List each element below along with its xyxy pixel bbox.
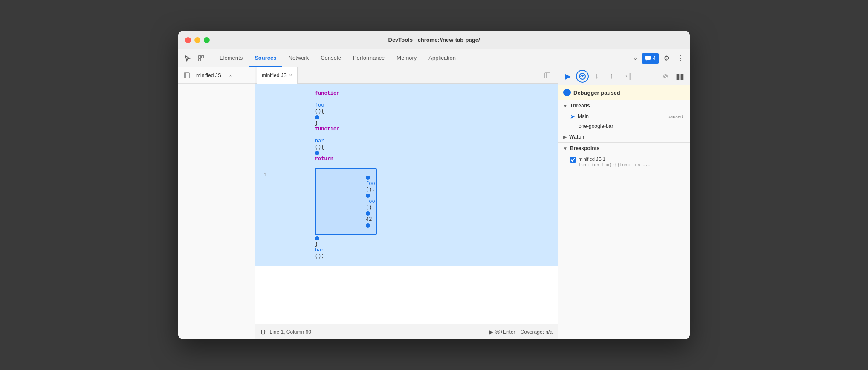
format-icon[interactable]: {} bbox=[260, 329, 266, 335]
breakpoints-header[interactable]: ▼ Breakpoints bbox=[558, 143, 690, 154]
breakpoints-label: Breakpoints bbox=[570, 145, 599, 151]
editor-tab-name: minified JS bbox=[262, 72, 287, 78]
step-over-btn[interactable] bbox=[576, 70, 589, 83]
watch-section: ▶ Watch bbox=[558, 131, 690, 143]
watch-triangle: ▶ bbox=[563, 135, 567, 139]
more-options-btn[interactable]: ⋮ bbox=[674, 52, 686, 64]
tab-application[interactable]: Application bbox=[423, 49, 461, 67]
info-icon: i bbox=[563, 89, 571, 96]
svg-rect-0 bbox=[199, 56, 201, 58]
editor-tab-close-btn[interactable]: × bbox=[289, 73, 292, 78]
inspect-icon-btn[interactable] bbox=[195, 52, 207, 64]
step-btn[interactable]: → | bbox=[619, 70, 632, 83]
editor-tab-minified-js[interactable]: minified JS × bbox=[257, 67, 298, 84]
breakpoint-item-1[interactable]: minified JS:1 function foo(){}function .… bbox=[558, 154, 690, 170]
nav-bar: Elements Sources Network Console Perform… bbox=[178, 49, 690, 67]
cursor-icon bbox=[184, 55, 191, 62]
window-title: DevTools - chrome://new-tab-page/ bbox=[388, 37, 480, 43]
sidebar: minified JS × bbox=[178, 67, 255, 339]
status-right: ▶ ⌘+Enter Coverage: n/a bbox=[489, 329, 553, 335]
tab-sources[interactable]: Sources bbox=[249, 49, 281, 67]
status-left: {} Line 1, Column 60 bbox=[260, 329, 311, 335]
resume-btn[interactable]: ▶ bbox=[561, 70, 574, 83]
panel-icon bbox=[184, 72, 190, 78]
deactivate-breakpoints-btn[interactable] bbox=[659, 70, 672, 83]
devtools-panel: Elements Sources Network Console Perform… bbox=[178, 49, 690, 339]
dots-icon: ⋮ bbox=[677, 54, 684, 62]
breakpoint-marker-2 bbox=[315, 151, 319, 155]
run-btn[interactable]: ▶ ⌘+Enter bbox=[489, 329, 515, 335]
line-content: function foo (){ } function bar (){ retu bbox=[270, 84, 558, 265]
breakpoint-marker-1 bbox=[315, 115, 319, 119]
watch-header[interactable]: ▶ Watch bbox=[558, 131, 690, 142]
nav-separator-1 bbox=[211, 53, 211, 64]
pause-exceptions-btn[interactable]: ▮▮ bbox=[674, 70, 686, 83]
line-number: 1 bbox=[255, 172, 270, 177]
breakpoint-details: minified JS:1 function foo(){}function .… bbox=[579, 156, 651, 167]
svg-rect-6 bbox=[545, 73, 550, 78]
svg-rect-2 bbox=[199, 59, 201, 61]
tab-network[interactable]: Network bbox=[284, 49, 314, 67]
breakpoint-marker-4 bbox=[366, 194, 370, 198]
run-icon: ▶ bbox=[489, 329, 493, 335]
traffic-lights bbox=[185, 37, 210, 43]
run-shortcut: ⌘+Enter bbox=[495, 329, 515, 335]
messages-badge-btn[interactable]: 4 bbox=[642, 53, 659, 64]
threads-header[interactable]: ▼ Threads bbox=[558, 100, 690, 111]
svg-rect-1 bbox=[202, 56, 204, 58]
code-editor[interactable]: 1 function foo (){ } function bar (){ bbox=[255, 84, 558, 324]
thread-google-bar[interactable]: one-google-bar bbox=[558, 121, 690, 131]
editor-tab-right bbox=[542, 70, 556, 81]
thread-main[interactable]: ➤ Main paused bbox=[558, 111, 690, 121]
breakpoints-triangle: ▼ bbox=[563, 146, 567, 151]
breakpoint-marker-7 bbox=[315, 236, 319, 240]
cursor-position: Line 1, Column 60 bbox=[269, 329, 311, 335]
settings-gear-btn[interactable]: ⚙ bbox=[661, 52, 673, 64]
debugger-banner-text: Debugger paused bbox=[573, 90, 620, 96]
editor-nav-btn[interactable] bbox=[542, 70, 553, 81]
svg-rect-4 bbox=[184, 73, 189, 78]
thread-main-status: paused bbox=[668, 114, 683, 119]
coverage-label: Coverage: n/a bbox=[521, 329, 553, 335]
svg-point-9 bbox=[582, 75, 583, 77]
threads-triangle: ▼ bbox=[563, 104, 567, 108]
cursor-icon-btn[interactable] bbox=[182, 52, 194, 64]
deactivate-icon bbox=[662, 72, 669, 80]
tab-console[interactable]: Console bbox=[315, 49, 346, 67]
debugger-toolbar: ▶ ↓ ↑ → | bbox=[558, 67, 690, 85]
tab-elements[interactable]: Elements bbox=[214, 49, 248, 67]
status-bar: {} Line 1, Column 60 ▶ ⌘+Enter Coverage:… bbox=[255, 324, 558, 339]
inspect-icon bbox=[198, 55, 205, 62]
sidebar-close-btn[interactable]: × bbox=[229, 73, 232, 78]
sidebar-header: minified JS × bbox=[178, 67, 255, 84]
sidebar-toggle-btn[interactable] bbox=[182, 70, 192, 81]
threads-section: ▼ Threads ➤ Main paused one-google-bar bbox=[558, 100, 690, 131]
breakpoints-section: ▼ Breakpoints minified JS:1 function foo… bbox=[558, 143, 690, 170]
editor-nav-icon bbox=[544, 72, 550, 78]
code-line-1: 1 function foo (){ } function bar (){ bbox=[255, 84, 558, 266]
breakpoint-checkbox-1[interactable] bbox=[570, 157, 576, 163]
breakpoint-code-preview: function foo(){}function ... bbox=[579, 162, 651, 167]
step-over-icon bbox=[578, 72, 587, 81]
thread-arrow-icon: ➤ bbox=[570, 113, 575, 120]
right-panel: ▶ ↓ ↑ → | bbox=[558, 67, 690, 339]
minimize-button[interactable] bbox=[194, 37, 200, 43]
breakpoint-marker-6 bbox=[366, 223, 370, 228]
maximize-button[interactable] bbox=[204, 37, 210, 43]
step-into-btn[interactable]: ↓ bbox=[590, 70, 603, 83]
sidebar-sep bbox=[226, 72, 226, 79]
main-area: minified JS × minified JS × bbox=[178, 67, 690, 339]
thread-main-name: Main bbox=[578, 113, 668, 119]
gear-icon: ⚙ bbox=[664, 54, 670, 62]
editor-area: minified JS × bbox=[255, 67, 558, 339]
close-button[interactable] bbox=[185, 37, 191, 43]
highlight-expression: foo (), foo (), 42 bbox=[315, 168, 377, 235]
breakpoint-marker-5 bbox=[366, 211, 370, 216]
tab-performance[interactable]: Performance bbox=[348, 49, 390, 67]
breakpoint-marker-3 bbox=[366, 176, 370, 180]
step-out-btn[interactable]: ↑ bbox=[605, 70, 618, 83]
tab-memory[interactable]: Memory bbox=[391, 49, 422, 67]
sidebar-tab-label[interactable]: minified JS bbox=[194, 72, 224, 79]
debugger-banner: i Debugger paused bbox=[558, 85, 690, 100]
more-tabs-btn[interactable]: » bbox=[630, 52, 640, 64]
